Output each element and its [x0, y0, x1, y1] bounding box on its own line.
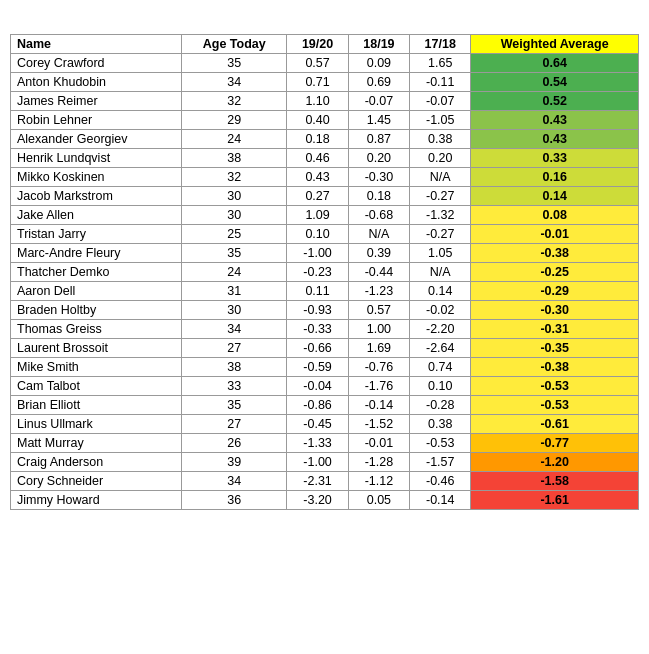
stat-value: 25 — [182, 224, 287, 243]
stat-value: 36 — [182, 490, 287, 509]
stat-value: 0.87 — [348, 129, 409, 148]
stat-value: -0.27 — [410, 186, 471, 205]
weighted-avg: -0.01 — [471, 224, 639, 243]
stat-value: 1.00 — [348, 319, 409, 338]
table-row: Alexander Georgiev240.180.870.380.43 — [11, 129, 639, 148]
column-header: Age Today — [182, 34, 287, 53]
stat-value: -2.64 — [410, 338, 471, 357]
player-name: Mike Smith — [11, 357, 182, 376]
player-name: Marc-Andre Fleury — [11, 243, 182, 262]
table-row: Anton Khudobin340.710.69-0.110.54 — [11, 72, 639, 91]
stat-value: 0.38 — [410, 414, 471, 433]
table-row: James Reimer321.10-0.07-0.070.52 — [11, 91, 639, 110]
player-name: Henrik Lundqvist — [11, 148, 182, 167]
column-header: Weighted Average — [471, 34, 639, 53]
stat-value: -0.11 — [410, 72, 471, 91]
stat-value: 34 — [182, 72, 287, 91]
stat-value: 26 — [182, 433, 287, 452]
table-row: Laurent Brossoit27-0.661.69-2.64-0.35 — [11, 338, 639, 357]
stat-value: 30 — [182, 186, 287, 205]
stat-value: 31 — [182, 281, 287, 300]
stat-value: 32 — [182, 91, 287, 110]
weighted-avg: 0.52 — [471, 91, 639, 110]
stat-value: 0.46 — [287, 148, 348, 167]
stat-value: -1.57 — [410, 452, 471, 471]
player-name: Thatcher Demko — [11, 262, 182, 281]
column-header: 19/20 — [287, 34, 348, 53]
stat-value: -0.93 — [287, 300, 348, 319]
stat-value: -0.27 — [410, 224, 471, 243]
table-row: Henrik Lundqvist380.460.200.200.33 — [11, 148, 639, 167]
stat-value: 0.11 — [287, 281, 348, 300]
weighted-avg: -0.29 — [471, 281, 639, 300]
table-row: Cam Talbot33-0.04-1.760.10-0.53 — [11, 376, 639, 395]
stat-value: -0.68 — [348, 205, 409, 224]
player-name: Craig Anderson — [11, 452, 182, 471]
stat-value: -0.46 — [410, 471, 471, 490]
stat-value: N/A — [348, 224, 409, 243]
stat-value: 0.20 — [410, 148, 471, 167]
stat-value: 35 — [182, 395, 287, 414]
stat-value: N/A — [410, 167, 471, 186]
table-row: Aaron Dell310.11-1.230.14-0.29 — [11, 281, 639, 300]
stat-value: 0.74 — [410, 357, 471, 376]
table-row: Mike Smith38-0.59-0.760.74-0.38 — [11, 357, 639, 376]
stat-value: 0.05 — [348, 490, 409, 509]
weighted-avg: 0.43 — [471, 129, 639, 148]
weighted-avg: -0.38 — [471, 357, 639, 376]
stat-value: -0.01 — [348, 433, 409, 452]
player-name: Alexander Georgiev — [11, 129, 182, 148]
stat-value: -0.66 — [287, 338, 348, 357]
stat-value: 0.57 — [348, 300, 409, 319]
weighted-avg: -0.53 — [471, 376, 639, 395]
player-name: Laurent Brossoit — [11, 338, 182, 357]
stat-value: -0.59 — [287, 357, 348, 376]
weighted-avg: 0.64 — [471, 53, 639, 72]
stat-value: -3.20 — [287, 490, 348, 509]
stat-value: 0.09 — [348, 53, 409, 72]
weighted-avg: -1.20 — [471, 452, 639, 471]
stat-value: -0.30 — [348, 167, 409, 186]
stat-value: 39 — [182, 452, 287, 471]
table-row: Jimmy Howard36-3.200.05-0.14-1.61 — [11, 490, 639, 509]
stat-value: 0.43 — [287, 167, 348, 186]
weighted-avg: -0.61 — [471, 414, 639, 433]
player-name: Anton Khudobin — [11, 72, 182, 91]
player-name: Cory Schneider — [11, 471, 182, 490]
player-name: Linus Ullmark — [11, 414, 182, 433]
stat-value: 0.10 — [287, 224, 348, 243]
stat-value: -0.28 — [410, 395, 471, 414]
weighted-avg: 0.08 — [471, 205, 639, 224]
stat-value: 0.14 — [410, 281, 471, 300]
weighted-avg: 0.14 — [471, 186, 639, 205]
table-row: Jake Allen301.09-0.68-1.320.08 — [11, 205, 639, 224]
stat-value: 1.45 — [348, 110, 409, 129]
stat-value: 27 — [182, 414, 287, 433]
stat-value: 1.10 — [287, 91, 348, 110]
stat-value: 30 — [182, 205, 287, 224]
player-name: Cam Talbot — [11, 376, 182, 395]
player-name: Jacob Markstrom — [11, 186, 182, 205]
player-name: Matt Murray — [11, 433, 182, 452]
stat-value: 1.65 — [410, 53, 471, 72]
stat-value: -0.86 — [287, 395, 348, 414]
column-header: 18/19 — [348, 34, 409, 53]
stat-value: -0.44 — [348, 262, 409, 281]
stat-value: 0.10 — [410, 376, 471, 395]
stat-value: 27 — [182, 338, 287, 357]
stat-value: 38 — [182, 357, 287, 376]
weighted-avg: -0.77 — [471, 433, 639, 452]
weighted-avg: -1.61 — [471, 490, 639, 509]
weighted-avg: -0.53 — [471, 395, 639, 414]
stat-value: -1.00 — [287, 243, 348, 262]
stat-value: -0.53 — [410, 433, 471, 452]
weighted-avg: 0.33 — [471, 148, 639, 167]
stat-value: -0.02 — [410, 300, 471, 319]
stat-value: -1.52 — [348, 414, 409, 433]
stat-value: 29 — [182, 110, 287, 129]
stat-value: 24 — [182, 129, 287, 148]
table-row: Mikko Koskinen320.43-0.30N/A0.16 — [11, 167, 639, 186]
table-row: Cory Schneider34-2.31-1.12-0.46-1.58 — [11, 471, 639, 490]
table-row: Matt Murray26-1.33-0.01-0.53-0.77 — [11, 433, 639, 452]
player-name: Robin Lehner — [11, 110, 182, 129]
